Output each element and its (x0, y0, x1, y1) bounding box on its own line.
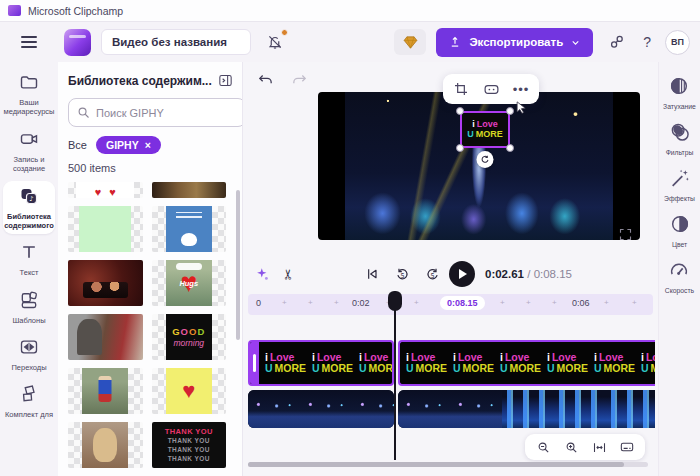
sidebar-item-label: Комплект для (5, 410, 53, 419)
gif-thumbnail-yellow-heart[interactable] (152, 368, 227, 414)
filter-category-label[interactable]: Все (68, 139, 87, 151)
zoom-in-button[interactable] (559, 437, 583, 457)
video-clip[interactable] (398, 390, 655, 428)
sidebar-item-folder[interactable]: Ваши медиаресурсы (3, 67, 55, 121)
sidebar-item-templates[interactable]: Шаблоны (3, 285, 55, 329)
panel-scrollbar[interactable] (236, 190, 240, 340)
timeline-view-button[interactable] (615, 437, 639, 457)
project-title-input[interactable] (101, 29, 251, 55)
properties-tab-fade[interactable]: Затухание (663, 75, 696, 110)
gif-thumbnail-good-morning[interactable]: GOODmorning (152, 314, 227, 360)
gif-thumbnail-green-screen[interactable] (68, 206, 143, 252)
text-icon (19, 242, 39, 266)
transitions-icon (19, 337, 39, 361)
gif-thumbnail-blue-dog-card[interactable] (152, 206, 227, 252)
sidebar-item-record[interactable]: Запись и создание (3, 124, 55, 178)
rotate-handle[interactable] (477, 151, 494, 168)
help-button[interactable]: ? (639, 34, 655, 50)
undo-button[interactable] (255, 70, 275, 90)
redo-button[interactable] (289, 70, 309, 90)
properties-tab-effects[interactable]: Эффекты (664, 167, 695, 202)
text-clip[interactable]: iLoveUMOREiLoveUMOREiLoveUMOREiLoveUMORE (248, 340, 394, 386)
gif-thumbnail-teddy-bear[interactable] (68, 422, 143, 468)
menu-button[interactable] (14, 27, 44, 57)
filmstrip-frame (300, 390, 352, 428)
scissors-icon: ✂ (280, 268, 296, 280)
sidebar-item-label: Запись и создание (4, 155, 54, 174)
search-box (68, 98, 243, 127)
properties-tab-speed[interactable]: Скорость (665, 259, 694, 294)
gif-thumbnail-thank-you[interactable]: THANK YOUTHANK YOUTHANK YOUTHANK YOU (152, 422, 227, 468)
collaborate-button[interactable] (603, 29, 629, 55)
gif-thumbnail-cooking-scene[interactable] (68, 314, 143, 360)
ruler-tick: + (604, 298, 609, 307)
export-button[interactable]: Экспортировать (436, 28, 593, 57)
aspect-ratio-button[interactable] (479, 78, 503, 100)
play-button[interactable] (449, 261, 475, 287)
search-input[interactable] (96, 107, 238, 119)
sidebar-item-brandkit[interactable]: Комплект для (3, 379, 55, 423)
properties-tab-filters[interactable]: Фильтры (666, 121, 694, 156)
giphy-filter-chip[interactable]: GIPHY × (96, 136, 161, 154)
folder-icon (19, 72, 39, 96)
playhead-line (394, 308, 396, 460)
gif-thumbnail-hugs-heart[interactable]: Hugs (152, 260, 227, 306)
timeline-scrollbar[interactable] (248, 462, 648, 467)
app-icon (8, 5, 21, 16)
text-clip-unit: iLoveUMORE (588, 352, 635, 374)
diamond-icon (402, 34, 419, 51)
fit-to-screen-button[interactable] (587, 437, 611, 457)
crop-button[interactable] (449, 78, 473, 100)
video-clip[interactable] (248, 390, 394, 428)
premium-button[interactable] (394, 29, 426, 55)
ai-suggestions-button[interactable] (249, 261, 275, 287)
chip-close-icon[interactable]: × (145, 139, 151, 151)
gif-thumbnail-concert-scene[interactable] (68, 260, 143, 306)
gif-thumbnail-red-hearts[interactable] (68, 182, 143, 198)
more-options-button[interactable]: ••• (509, 78, 533, 100)
timeline-ruler[interactable]: 0+++0:02++0:08.15+++0:06++ (248, 294, 653, 315)
redo-icon (291, 72, 308, 89)
properties-tab-label: Скорость (665, 287, 694, 294)
zoom-out-button[interactable] (531, 437, 555, 457)
notifications-muted-button[interactable] (261, 28, 289, 56)
bell-slash-icon (266, 33, 284, 51)
text-clip-unit: iLoveUMORE (306, 352, 353, 374)
zoom-out-icon (536, 440, 551, 455)
resize-handle[interactable] (506, 107, 514, 115)
record-icon (19, 129, 39, 153)
gif-thumbnail-sepia-photo[interactable] (152, 182, 227, 198)
play-icon (459, 269, 467, 279)
transparency-checker: GOODmorning (152, 314, 227, 360)
avatar[interactable]: ВП (665, 30, 690, 55)
split-button[interactable]: ✂ (275, 261, 301, 287)
gif-thumbnail-superman[interactable] (68, 368, 143, 414)
properties-tab-color[interactable]: Цвет (669, 213, 691, 248)
fullscreen-button[interactable] (615, 224, 635, 244)
chevron-down-icon (570, 37, 581, 48)
sidebar-item-library[interactable]: ♪Библиотека содержимого (3, 181, 55, 235)
forward-5s-button[interactable]: 5 (419, 261, 445, 287)
filmstrip-frame (502, 390, 554, 428)
left-navigation-rail: Ваши медиаресурсыЗапись и создание♪Библи… (0, 62, 58, 476)
sidebar-item-transitions[interactable]: Переходы (3, 332, 55, 376)
skip-to-start-button[interactable] (359, 261, 385, 287)
notification-dot (281, 29, 288, 36)
rewind-5s-button[interactable]: 5 (389, 261, 415, 287)
sidebar-item-text[interactable]: Текст (3, 237, 55, 281)
transparency-checker (68, 422, 143, 468)
video-preview[interactable]: iLove UMORE (318, 92, 640, 240)
collapse-panel-button[interactable] (217, 72, 234, 89)
text-clip-unit: iLoveUMORE (447, 352, 494, 374)
text-clip[interactable]: iLoveUMOREiLoveUMOREiLoveUMOREiLoveUMORE… (398, 340, 655, 386)
gif-art (82, 368, 128, 414)
transparency-checker (152, 182, 227, 198)
resize-handle[interactable] (456, 107, 464, 115)
undo-icon (257, 72, 274, 89)
ellipsis-icon: ••• (513, 82, 530, 97)
resize-handle[interactable] (506, 144, 514, 152)
resize-handle[interactable] (456, 144, 464, 152)
trim-handle[interactable] (250, 342, 259, 384)
rewind-5-icon: 5 (394, 266, 411, 283)
selected-gif-sticker[interactable]: iLove UMORE (460, 111, 510, 148)
